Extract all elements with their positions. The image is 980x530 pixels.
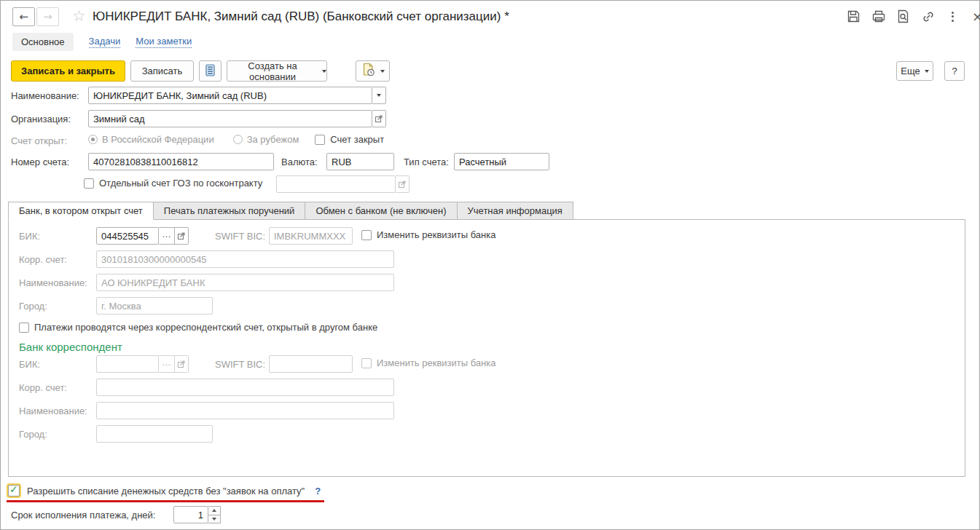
via-corr-label: Платежи проводятся через корреспондентск… (34, 322, 377, 333)
up-arrow-icon (212, 509, 216, 512)
goz-checkbox[interactable] (84, 178, 94, 189)
corr-swift-input[interactable] (269, 355, 353, 373)
account-type-field: Расчетный (454, 153, 549, 170)
history-nav: ← → (12, 7, 59, 26)
tabstrip: Банк, в котором открыт счет Печать плате… (8, 202, 573, 220)
corr-account-label: Корр. счет: (19, 254, 67, 265)
nav-notes[interactable]: Мои заметки (136, 36, 192, 48)
create-based-on-button[interactable]: Создать на основании (227, 60, 327, 82)
city-label: Город: (19, 301, 47, 312)
document-clock-icon (361, 63, 376, 79)
payment-term-input[interactable]: 1 (173, 506, 208, 523)
radio-russia-label: В Российской Федерации (102, 134, 214, 145)
corr-bik-choose-button[interactable]: … (159, 355, 175, 373)
corr-edit-bank-checkbox[interactable] (361, 358, 372, 368)
corr-bank-name-field (96, 402, 394, 419)
payment-term-label: Срок исполнения платежа, дней: (11, 510, 155, 521)
corr-swift-field (269, 355, 353, 373)
get-link-icon[interactable] (920, 9, 936, 24)
open-icon (177, 360, 186, 368)
bank-name-input[interactable]: АО ЮНИКРЕДИТ БАНК (96, 274, 394, 291)
more-button[interactable]: Еще (896, 61, 933, 81)
edit-bank-checkbox[interactable] (361, 230, 372, 240)
scheduled-doc-button[interactable] (356, 60, 390, 82)
currency-label: Валюта: (281, 157, 318, 167)
account-closed-checkbox[interactable] (315, 135, 325, 145)
currency-input[interactable]: RUB (326, 153, 394, 170)
radio-russia[interactable] (88, 135, 98, 144)
preview-icon[interactable] (895, 9, 911, 24)
name-label: Наименование: (11, 90, 79, 101)
tab-exchange[interactable]: Обмен с банком (не включен) (305, 202, 457, 220)
allow-writeoff-checkbox[interactable]: ✓ (8, 485, 20, 497)
print-icon[interactable] (871, 9, 886, 24)
corr-bik-open-button[interactable] (175, 355, 189, 373)
name-field: ЮНИКРЕДИТ БАНК, Зимний сад (RUB) (88, 87, 386, 104)
bik-input[interactable]: 044525545 (96, 227, 159, 245)
bank-name-label: Наименование: (19, 277, 87, 288)
favorites-star-icon[interactable]: ☆ (72, 7, 86, 25)
allow-writeoff-row: ✓ Разрешить списание денежных средств бе… (8, 485, 321, 497)
account-opened-label: Счет открыт: (11, 135, 67, 146)
goz-contract-input[interactable] (276, 175, 396, 193)
account-type-label: Тип счета: (404, 157, 449, 167)
name-input[interactable]: ЮНИКРЕДИТ БАНК, Зимний сад (RUB) (88, 87, 372, 104)
via-corr-checkbox[interactable] (19, 323, 29, 333)
corr-swift-label: SWIFT BIC: (215, 359, 265, 370)
corr-city-input[interactable] (96, 425, 213, 443)
city-input[interactable]: г. Москва (96, 297, 213, 315)
swift-field: IMBKRUMMXXX (269, 227, 353, 245)
account-opened-group: В Российской Федерации За рубежом Счет з… (88, 134, 384, 145)
account-type-input[interactable]: Расчетный (454, 153, 549, 170)
bik-label: БИК: (19, 231, 40, 242)
open-icon (177, 232, 186, 240)
corr-account-field: 30101810300000000545 (96, 250, 394, 268)
save-and-close-button[interactable]: Записать и закрыть (11, 60, 125, 82)
open-icon (375, 114, 383, 123)
help-button[interactable]: ? (944, 61, 965, 81)
open-icon (398, 180, 407, 189)
goz-contract-open-button[interactable] (396, 175, 409, 193)
radio-abroad[interactable] (233, 135, 243, 144)
corr-edit-bank-row: Изменить реквизиты банка (361, 357, 495, 368)
swift-input[interactable]: IMBKRUMMXXX (269, 227, 353, 245)
more-menu-icon[interactable] (945, 9, 960, 24)
corr-bik-label: БИК: (19, 359, 40, 370)
organization-field: Зимний сад (88, 110, 386, 127)
corr-account-input[interactable]: 30101810300000000545 (96, 250, 394, 268)
attention-underline (7, 500, 324, 502)
account-number-input[interactable]: 40702810838110016812 (88, 153, 274, 170)
tab-print[interactable]: Печать платежных поручений (153, 202, 306, 220)
edit-bank-label: Изменить реквизиты банка (377, 229, 495, 240)
organization-label: Организация: (11, 114, 71, 124)
register-records-button[interactable] (199, 60, 222, 82)
payment-term-field: 1 (173, 506, 221, 523)
corr-bik-input[interactable] (96, 355, 159, 373)
section-nav: Основное Задачи Мои заметки (12, 33, 192, 51)
spin-up-button[interactable] (208, 506, 221, 515)
name-dropdown-button[interactable] (372, 87, 386, 104)
tab-bank[interactable]: Банк, в котором открыт счет (8, 202, 154, 220)
dropdown-arrow-icon (377, 94, 381, 97)
bik-field: 044525545 … (96, 227, 189, 245)
close-icon[interactable]: × (970, 9, 980, 24)
goz-row: Отдельный счет ГОЗ по госконтракту (84, 178, 262, 189)
payment-term-spinner (208, 506, 221, 523)
organization-input[interactable]: Зимний сад (88, 110, 372, 127)
back-button[interactable]: ← (12, 7, 35, 26)
spin-down-button[interactable] (208, 515, 221, 524)
tab-accounting[interactable]: Учетная информация (457, 202, 573, 220)
dropdown-arrow-icon (380, 70, 385, 73)
bik-choose-button[interactable]: … (159, 227, 175, 245)
writeoff-help-link[interactable]: ? (315, 486, 321, 497)
forward-button[interactable]: → (36, 7, 59, 26)
save-icon[interactable] (846, 9, 861, 24)
nav-main[interactable]: Основное (12, 33, 74, 51)
corr-bank-name-input[interactable] (96, 402, 394, 419)
nav-tasks[interactable]: Задачи (89, 36, 121, 48)
checkmark-icon: ✓ (9, 486, 19, 494)
bik-open-button[interactable] (175, 227, 189, 245)
save-button[interactable]: Записать (130, 60, 194, 82)
organization-open-button[interactable] (372, 110, 386, 127)
corr-bank-account-input[interactable] (96, 379, 394, 396)
